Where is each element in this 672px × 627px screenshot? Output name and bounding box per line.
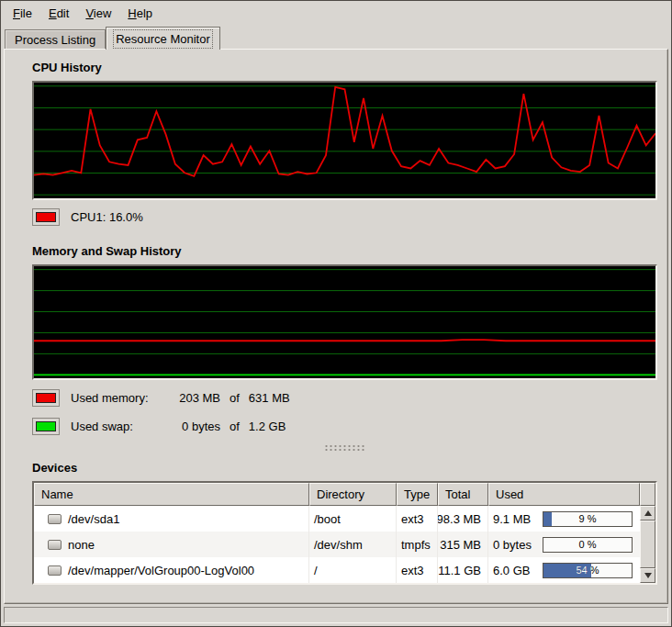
usage-progressbar: 9 %9 % — [543, 511, 633, 527]
device-used: 0 bytes — [493, 538, 532, 552]
device-directory: /boot — [309, 506, 397, 532]
column-header-directory[interactable]: Directory — [309, 483, 397, 506]
down-arrow-icon — [644, 573, 652, 578]
memory-color-chip — [36, 393, 56, 403]
device-type: ext3 — [397, 506, 438, 532]
memory-legend-label: Used memory: — [71, 391, 165, 405]
device-name: /dev/sda1 — [68, 512, 119, 526]
drive-icon — [48, 565, 62, 576]
devices-table-header: Name Directory Type Total Used — [34, 483, 640, 506]
cpu-history-title: CPU History — [32, 61, 657, 74]
system-monitor-window: FileEditViewHelp Process Listing Resourc… — [0, 0, 672, 627]
status-bar — [4, 607, 668, 623]
drive-icon — [48, 514, 62, 524]
memory-total-value: 631 MB — [249, 391, 290, 405]
device-used: 6.0 GB — [493, 564, 530, 577]
tab-process-listing-label: Process Listing — [15, 33, 95, 47]
device-name: /dev/mapper/VolGroup00-LogVol00 — [68, 564, 254, 577]
tab-resource-monitor-label: Resource Monitor — [116, 32, 210, 46]
memory-of-word: of — [230, 391, 240, 405]
cpu-legend: CPU1: 16.0% — [32, 208, 657, 226]
tab-resource-monitor[interactable]: Resource Monitor — [106, 27, 220, 50]
up-arrow-icon — [644, 510, 652, 516]
progress-label: 0 % — [543, 538, 632, 552]
device-used-cell: 6.0 GB54 %54 % — [488, 557, 640, 583]
scroll-down-button[interactable] — [640, 568, 655, 583]
menu-edit[interactable]: Edit — [40, 4, 77, 23]
devices-title: Devices — [32, 461, 657, 475]
tab-bar: Process Listing Resource Monitor — [1, 25, 671, 49]
memory-color-swatch[interactable] — [32, 389, 60, 407]
device-row[interactable]: none/dev/shmtmpfs315 MB0 bytes0 %0 % — [34, 532, 640, 557]
device-directory: /dev/shm — [309, 532, 397, 557]
memory-legend: Used memory: 203 MB of 631 MB — [32, 389, 657, 407]
vertical-scrollbar[interactable] — [640, 483, 655, 583]
progress-label-clip: 9 % — [543, 512, 552, 526]
swap-total-value: 1.2 GB — [249, 420, 286, 433]
device-used: 9.1 MB — [493, 512, 531, 526]
memory-swap-title: Memory and Swap History — [32, 244, 657, 258]
devices-rows: /dev/sda1/bootext398.3 MB9.1 MB9 %9 %non… — [34, 506, 640, 583]
swap-color-swatch[interactable] — [32, 418, 60, 435]
cpu-history-chart — [32, 81, 657, 200]
menu-view[interactable]: View — [77, 4, 119, 23]
cpu-color-swatch[interactable] — [32, 208, 60, 226]
progress-label-inverse: 54 % — [543, 564, 591, 577]
device-total: 11.1 GB — [438, 557, 488, 583]
usage-progressbar: 54 %54 % — [543, 563, 633, 578]
cpu-legend-label: CPU1: 16.0% — [71, 210, 143, 224]
usage-progressbar: 0 %0 % — [543, 537, 633, 553]
device-row[interactable]: /dev/mapper/VolGroup00-LogVol00/ext311.1… — [34, 557, 640, 583]
swap-of-word: of — [230, 420, 240, 433]
memory-swap-chart — [32, 264, 657, 380]
column-header-type[interactable]: Type — [397, 483, 438, 506]
device-type: tmpfs — [397, 532, 438, 557]
column-header-name[interactable]: Name — [34, 483, 309, 506]
menu-help[interactable]: Help — [119, 4, 161, 23]
device-used-cell: 9.1 MB9 %9 % — [488, 506, 640, 532]
scrollbar-header-stub — [640, 483, 655, 506]
swap-color-chip — [36, 421, 56, 431]
progress-label: 9 % — [543, 512, 632, 526]
scroll-up-button[interactable] — [640, 506, 655, 521]
pane-resize-handle[interactable] — [324, 444, 366, 452]
device-total: 98.3 MB — [438, 506, 488, 532]
device-directory: / — [309, 557, 397, 583]
column-header-used[interactable]: Used — [488, 483, 640, 506]
swap-legend: Used swap: 0 bytes of 1.2 GB — [32, 418, 657, 435]
scrollbar-thumb[interactable] — [640, 521, 655, 568]
drive-icon — [48, 540, 62, 550]
swap-used-value: 0 bytes — [165, 420, 220, 433]
menubar: FileEditViewHelp — [1, 1, 671, 25]
swap-legend-label: Used swap: — [71, 420, 165, 433]
menu-file[interactable]: File — [5, 4, 40, 23]
progress-label-clip: 54 % — [543, 564, 591, 577]
memory-used-value: 203 MB — [165, 391, 220, 405]
device-type: ext3 — [397, 557, 438, 583]
device-total: 315 MB — [438, 532, 488, 557]
column-header-total[interactable]: Total — [438, 483, 488, 506]
device-used-cell: 0 bytes0 %0 % — [488, 532, 640, 557]
memory-swap-plot — [34, 266, 655, 378]
cpu-history-plot — [34, 83, 655, 198]
devices-table: Name Directory Type Total Used /dev/sda1… — [32, 481, 657, 585]
device-name: none — [68, 538, 95, 552]
device-row[interactable]: /dev/sda1/bootext398.3 MB9.1 MB9 %9 % — [34, 506, 640, 532]
progress-label-inverse: 9 % — [543, 512, 552, 526]
device-name-cell: none — [34, 532, 309, 557]
resource-monitor-panel: CPU History CPU1: 16.0% Memory and Swap … — [4, 49, 668, 604]
devices-table-main: Name Directory Type Total Used /dev/sda1… — [34, 483, 640, 583]
cpu-color-chip — [36, 212, 56, 222]
device-name-cell: /dev/sda1 — [34, 506, 309, 532]
tab-process-listing[interactable]: Process Listing — [5, 29, 106, 49]
device-name-cell: /dev/mapper/VolGroup00-LogVol00 — [34, 557, 309, 583]
